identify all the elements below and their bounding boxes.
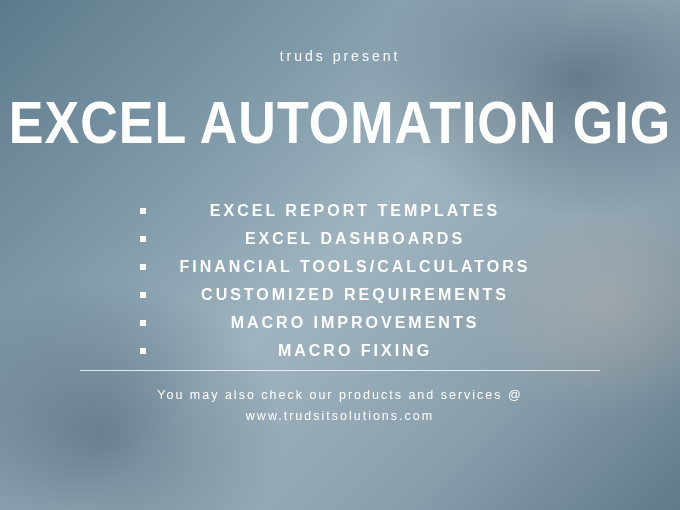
bullet-icon xyxy=(140,208,146,214)
divider-line xyxy=(80,370,600,371)
list-item: MACRO IMPROVEMENTS xyxy=(140,314,540,332)
list-item: EXCEL REPORT TEMPLATES xyxy=(140,202,540,220)
bullet-icon xyxy=(140,348,146,354)
list-item-label: EXCEL DASHBOARDS xyxy=(170,230,540,248)
bullet-icon xyxy=(140,264,146,270)
list-item: EXCEL DASHBOARDS xyxy=(140,230,540,248)
list-item-label: MACRO IMPROVEMENTS xyxy=(170,314,540,332)
pretitle-text: truds present xyxy=(280,48,401,64)
footer-text: You may also check our products and serv… xyxy=(157,385,522,428)
list-item-label: EXCEL REPORT TEMPLATES xyxy=(170,202,540,220)
bullet-icon xyxy=(140,320,146,326)
feature-list: EXCEL REPORT TEMPLATES EXCEL DASHBOARDS … xyxy=(140,202,540,360)
list-item-label: FINANCIAL TOOLS/CALCULATORS xyxy=(170,258,540,276)
list-item-label: CUSTOMIZED REQUIREMENTS xyxy=(170,286,540,304)
list-item-label: MACRO FIXING xyxy=(170,342,540,360)
list-item: CUSTOMIZED REQUIREMENTS xyxy=(140,286,540,304)
content-overlay: truds present EXCEL AUTOMATION GIG EXCEL… xyxy=(0,0,680,510)
feature-list-container: EXCEL REPORT TEMPLATES EXCEL DASHBOARDS … xyxy=(140,202,540,370)
footer-line-2: www.trudsitsolutions.com xyxy=(157,406,522,427)
main-title: EXCEL AUTOMATION GIG xyxy=(9,88,671,157)
list-item: FINANCIAL TOOLS/CALCULATORS xyxy=(140,258,540,276)
promo-card: truds present EXCEL AUTOMATION GIG EXCEL… xyxy=(0,0,680,510)
bullet-icon xyxy=(140,292,146,298)
bullet-icon xyxy=(140,236,146,242)
list-item: MACRO FIXING xyxy=(140,342,540,360)
footer-line-1: You may also check our products and serv… xyxy=(157,385,522,406)
